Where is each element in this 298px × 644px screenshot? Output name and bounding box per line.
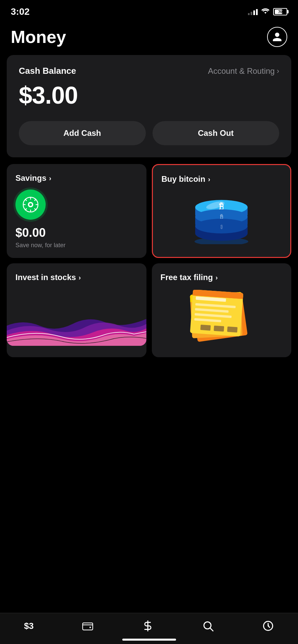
nav-balance[interactable]: $3 — [24, 621, 34, 631]
home-indicator — [122, 639, 176, 641]
savings-subtitle: Save now, for later — [15, 242, 138, 249]
cash-balance-header: Cash Balance Account & Routing › — [19, 66, 279, 76]
savings-icon — [15, 190, 46, 220]
chevron-right-icon: › — [49, 174, 51, 182]
search-icon — [202, 620, 214, 632]
savings-amount: $0.00 — [15, 226, 138, 240]
svg-rect-50 — [227, 326, 238, 332]
cash-amount: $3.00 — [19, 82, 279, 109]
stocks-title: Invest in stocks › — [15, 273, 138, 282]
stocks-illustration — [7, 289, 146, 346]
dollar-icon — [142, 620, 154, 632]
status-bar: 3:02 70 — [0, 0, 298, 20]
profile-icon — [272, 32, 283, 42]
account-routing-link[interactable]: Account & Routing › — [208, 66, 279, 76]
profile-button[interactable] — [267, 27, 287, 47]
wifi-icon — [261, 8, 270, 16]
account-routing-text: Account & Routing — [208, 66, 275, 76]
add-cash-button[interactable]: Add Cash — [19, 121, 146, 145]
chevron-right-icon: › — [277, 67, 279, 75]
wallet-icon — [82, 620, 94, 632]
bitcoin-illustration: ₿ ₿ ₿ — [162, 191, 282, 244]
buy-bitcoin-card[interactable]: Buy bitcoin › ₿ — [152, 164, 292, 258]
invest-stocks-card[interactable]: Invest in stocks › — [7, 263, 146, 357]
svg-point-2 — [29, 203, 32, 206]
tax-title: Free tax filing › — [161, 273, 283, 282]
svg-rect-48 — [200, 324, 211, 330]
status-icons: 70 — [248, 8, 287, 16]
chevron-right-icon: › — [79, 274, 81, 281]
chevron-right-icon: › — [216, 274, 218, 281]
cash-balance-card: Cash Balance Account & Routing › $3.00 A… — [7, 55, 291, 157]
savings-title: Savings › — [15, 173, 138, 183]
battery-icon: 70 — [273, 8, 287, 15]
cards-grid: Savings › $0.00 Save now, for later — [7, 164, 291, 357]
svg-rect-49 — [214, 325, 224, 331]
page-title: Money — [11, 27, 66, 47]
clock-icon — [262, 620, 274, 632]
chevron-right-icon: › — [208, 175, 210, 183]
savings-card[interactable]: Savings › $0.00 Save now, for later — [7, 164, 146, 258]
svg-point-52 — [89, 627, 91, 628]
tax-illustration — [152, 289, 292, 346]
bitcoin-title: Buy bitcoin › — [162, 174, 282, 184]
nav-wallet-button[interactable] — [82, 620, 94, 632]
nav-activity-button[interactable] — [262, 620, 274, 632]
svg-rect-51 — [83, 623, 93, 630]
free-tax-card[interactable]: Free tax filing › — [152, 263, 292, 357]
cash-out-button[interactable]: Cash Out — [153, 121, 280, 145]
cash-balance-label: Cash Balance — [19, 66, 76, 76]
nav-cash-button[interactable] — [142, 620, 154, 632]
svg-text:₿: ₿ — [220, 224, 223, 229]
nav-search-button[interactable] — [202, 620, 214, 632]
header: Money — [0, 20, 298, 55]
status-time: 3:02 — [11, 6, 30, 17]
cash-actions: Add Cash Cash Out — [19, 121, 279, 145]
signal-icon — [248, 8, 258, 15]
